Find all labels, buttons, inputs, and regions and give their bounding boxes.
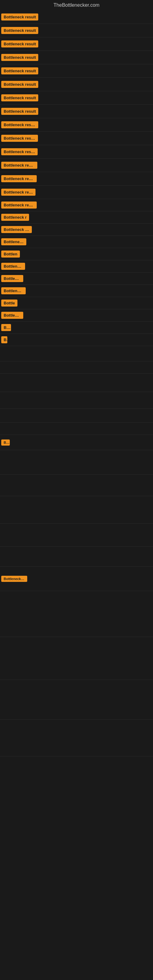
list-item: Bottleneck result [0, 64, 153, 78]
list-item: Bottleneck result [0, 186, 153, 199]
list-item-empty [0, 591, 153, 637]
bottleneck-badge[interactable]: Bottleneck result [1, 27, 38, 34]
bottleneck-badge[interactable]: Bottleneck [1, 263, 25, 270]
bottleneck-badge[interactable]: Bottlenec [1, 275, 23, 282]
bottleneck-badge[interactable]: Bottleneck r [1, 214, 29, 221]
list-item: Bottleneck r [0, 211, 153, 224]
list-item: Bottleneck resu [0, 224, 153, 236]
bottleneck-badge[interactable]: Bo [1, 439, 10, 445]
bottleneck-badge[interactable]: Bottleneck result [1, 13, 38, 21]
bottleneck-badge[interactable]: Bottleneck result [1, 121, 38, 128]
list-item: Bottleneck result [0, 172, 153, 186]
list-item-empty [0, 361, 153, 374]
list-item: Bottleneck result [0, 132, 153, 145]
list-item: Bottlenec [0, 272, 153, 285]
list-item: Bottleneck [0, 236, 153, 248]
bottleneck-badge[interactable]: Bottleneck [1, 238, 26, 245]
list-item: Bottleneck re [0, 566, 153, 591]
bottleneck-badge[interactable]: B [1, 336, 7, 343]
list-item-empty [0, 392, 153, 409]
list-item: Bottleneck result [0, 91, 153, 105]
bottleneck-badge[interactable]: Bottleneck result [1, 94, 38, 101]
list-item: Bottleneck result [0, 145, 153, 159]
list-item-empty [0, 547, 153, 566]
bottleneck-badge[interactable]: Bottlen [1, 250, 20, 258]
list-item: Bottleneck result [0, 24, 153, 37]
bottleneck-badge[interactable]: Bottleneck result [1, 189, 35, 196]
bottleneck-badge[interactable]: Bottleneck re [1, 576, 27, 582]
list-item-empty [0, 423, 153, 435]
bottleneck-badge[interactable]: Bottleneck result [1, 81, 38, 88]
list-item: Bottleneck [0, 309, 153, 321]
list-item-empty [0, 450, 153, 475]
list-item: B [0, 334, 153, 346]
list-item: Bottleneck result [0, 159, 153, 172]
bottleneck-badge[interactable]: Bottleneck result [1, 108, 38, 115]
site-title: TheBottlenecker.com [0, 0, 153, 10]
bottleneck-badge[interactable]: Bottleneck result [1, 162, 37, 169]
bottleneck-badge[interactable]: Bottleneck r [1, 287, 26, 294]
list-item: Bo [0, 435, 153, 450]
bottleneck-badge[interactable]: Bottleneck result [1, 54, 38, 61]
bottleneck-badge[interactable]: Bottle [1, 299, 18, 307]
list-item-empty [0, 680, 153, 720]
bottleneck-badge[interactable]: Bottleneck result [1, 40, 38, 48]
list-item-empty [0, 720, 153, 756]
list-item: Bottleneck result [0, 10, 153, 24]
list-item: Bottleneck result [0, 118, 153, 132]
list-item: Bottleneck result [0, 37, 153, 51]
list-item: Bo [0, 321, 153, 334]
bottleneck-badge[interactable]: Bottleneck resu [1, 226, 32, 233]
list-item-empty [0, 346, 153, 361]
list-item-empty [0, 409, 153, 423]
bottleneck-badge[interactable]: Bo [1, 324, 11, 331]
list-item-empty [0, 637, 153, 680]
list-item-empty [0, 496, 153, 524]
list-item-empty [0, 475, 153, 496]
list-item: Bottlen [0, 248, 153, 260]
bottleneck-badge[interactable]: Bottleneck result [1, 202, 37, 208]
list-item: Bottleneck [0, 260, 153, 272]
page-container: TheBottlenecker.com Bottleneck result Bo… [0, 0, 153, 756]
bottleneck-badge[interactable]: Bottleneck result [1, 175, 37, 182]
list-item-empty [0, 524, 153, 547]
bottleneck-badge[interactable]: Bottleneck result [1, 135, 38, 142]
bottleneck-badge[interactable]: Bottleneck result [1, 67, 38, 75]
list-item: Bottleneck r [0, 285, 153, 297]
bottleneck-badge[interactable]: Bottleneck result [1, 148, 38, 155]
list-item-empty [0, 374, 153, 392]
list-item: Bottleneck result [0, 105, 153, 118]
list-item: Bottleneck result [0, 199, 153, 211]
list-item: Bottle [0, 297, 153, 309]
list-item: Bottleneck result [0, 51, 153, 64]
list-item: Bottleneck result [0, 78, 153, 91]
bottleneck-badge[interactable]: Bottleneck [1, 312, 23, 319]
